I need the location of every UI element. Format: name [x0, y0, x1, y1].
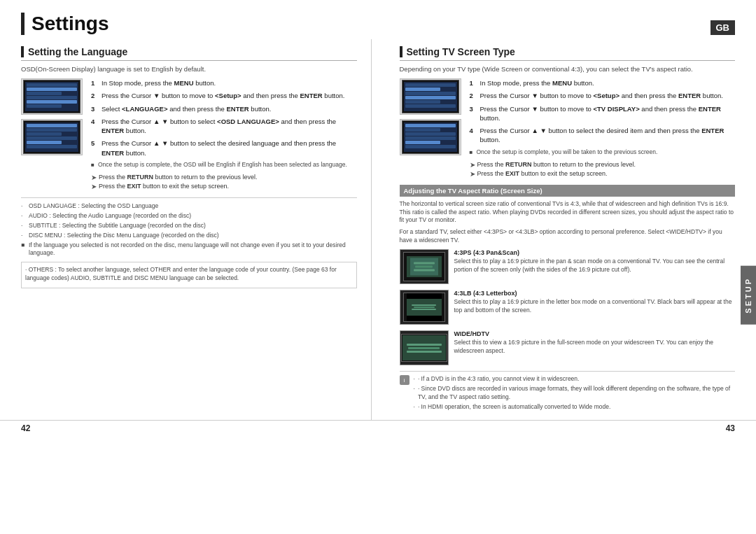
aspect-image-letterbox [400, 290, 449, 325]
aspect-intro: The horizontal to vertical screen size r… [400, 200, 736, 225]
step-item-1: 1 In Stop mode, press the MENU button. [91, 78, 357, 87]
right-hint-return: ➤ Press the RETURN button to return to t… [470, 161, 736, 169]
left-hints: ➤ Press the RETURN button to return to t… [91, 174, 357, 190]
bottom-note-1: · · If a DVD is in the 4:3 ratio, you ca… [414, 375, 736, 384]
page-wrapper: Settings GB Setting the Language OSD(On-… [0, 0, 756, 534]
bottom-note-2: · · Since DVD discs are recorded in vari… [414, 385, 736, 402]
step-image-1 [21, 78, 83, 115]
step-item-5: 5 Press the Cursor ▲ ▼ button to select … [91, 139, 357, 157]
right-step-image-2 [400, 119, 461, 155]
bottom-notes: i · · If a DVD is in the 4:3 ratio, you … [400, 371, 736, 413]
left-section-title: Setting the Language [21, 46, 357, 61]
aspect-item-letterbox: 4:3LB (4:3 Letterbox) Select this to pla… [400, 290, 736, 325]
right-step-1: 1 In Stop mode, press the MENU button. [470, 78, 736, 87]
info-item-3: · SUBTITLE : Selecting the Subtitle Lang… [21, 222, 357, 230]
right-section-title-text: Setting TV Screen Type [407, 46, 515, 57]
note-icon: i [400, 375, 410, 385]
left-steps-list: 1 In Stop mode, press the MENU button. 2… [91, 78, 357, 192]
aspect-text-pan-scan: 4:3PS (4:3 Pan&Scan) Select this to play… [454, 249, 736, 274]
hint-return: ➤ Press the RETURN button to return to t… [91, 174, 357, 181]
step-image-2 [21, 119, 83, 155]
right-step-note: ■ Once the setup is complete, you will b… [470, 148, 736, 157]
page-header: Settings GB [0, 0, 756, 39]
gb-badge: GB [710, 20, 736, 35]
page-number-right: 43 [726, 423, 735, 433]
aspect-text-wide: WIDE/HDTV Select this to view a 16:9 pic… [454, 330, 736, 356]
right-section-title: Setting TV Screen Type [400, 46, 736, 61]
right-hints: ➤ Press the RETURN button to return to t… [470, 161, 736, 178]
step-item-4: 4 Press the Cursor ▲ ▼ button to select … [91, 117, 357, 136]
right-steps-area: 1 In Stop mode, press the MENU button. 2… [400, 78, 736, 179]
info-item-5: ■ If the language you selected is not re… [21, 241, 357, 258]
bottom-note-3: · · In HDMI operation, the screen is aut… [414, 403, 736, 412]
step-item-2: 2 Press the Cursor ▼ button to move to <… [91, 91, 357, 100]
page-title: Settings [21, 13, 108, 35]
left-column: Setting the Language OSD(On-Screen Displ… [21, 39, 372, 420]
aspect-item-pan-scan: 4:3PS (4:3 Pan&Scan) Select this to play… [400, 249, 736, 284]
main-content: Setting the Language OSD(On-Screen Displ… [0, 39, 756, 420]
aspect-text-letterbox: 4:3LB (4:3 Letterbox) Select this to pla… [454, 290, 736, 315]
aspect-section: Adjusting the TV Aspect Ratio (Screen Si… [400, 185, 736, 365]
left-info-box: · OSD LANGUAGE : Selecting the OSD Langu… [21, 197, 357, 258]
page-number-left: 42 [21, 423, 30, 433]
left-section-title-text: Setting the Language [28, 46, 127, 57]
right-step-images [400, 78, 463, 179]
right-section-title-bar [400, 46, 402, 57]
bottom-notes-wrapper: i · · If a DVD is in the 4:3 ratio, you … [400, 375, 736, 413]
hint-exit: ➤ Press the EXIT button to exit the setu… [91, 183, 357, 190]
aspect-for-standard: For a standard TV, select either <4:3PS>… [400, 228, 736, 245]
right-column: Setting TV Screen Type Depending on your… [386, 39, 736, 420]
right-hint-exit: ➤ Press the EXIT button to exit the setu… [470, 170, 736, 178]
aspect-item-wide: WIDE/HDTV Select this to view a 16:9 pic… [400, 330, 736, 365]
step-item-3: 3 Select <LANGUAGE> and then press the E… [91, 104, 357, 113]
title-bar-decoration [21, 13, 24, 35]
left-others-box: · OTHERS : To select another language, s… [21, 262, 357, 288]
info-item-4: · DISC MENU : Selecting the Disc Menu La… [21, 232, 357, 240]
section-title-bar [21, 46, 24, 57]
left-steps-area: 1 In Stop mode, press the MENU button. 2… [21, 78, 357, 192]
left-section-intro: OSD(On-Screen Display) language is set t… [21, 65, 357, 73]
setup-tab: SETUP [741, 266, 756, 325]
right-steps-list: 1 In Stop mode, press the MENU button. 2… [470, 78, 736, 179]
bottom-notes-list: · · If a DVD is in the 4:3 ratio, you ca… [414, 375, 736, 413]
aspect-image-pan-scan [400, 249, 449, 284]
right-step-4: 4 Press the Cursor ▲ ▼ button to select … [470, 126, 736, 145]
info-item-2: · AUDIO : Selecting the Audio Language (… [21, 212, 357, 220]
title-text: Settings [31, 13, 108, 35]
page-numbers: 42 43 [0, 420, 756, 436]
right-step-3: 3 Press the Cursor ▼ button to move to <… [470, 104, 736, 123]
right-section-intro: Depending on your TV type (Wide Screen o… [400, 65, 736, 73]
left-step-images [21, 78, 84, 192]
info-item-1: · OSD LANGUAGE : Selecting the OSD Langu… [21, 202, 357, 211]
others-text: · OTHERS : To select another language, s… [25, 266, 353, 283]
right-step-2: 2 Press the Cursor ▼ button to move to <… [470, 91, 736, 100]
aspect-section-title: Adjusting the TV Aspect Ratio (Screen Si… [400, 185, 736, 197]
left-step-note: ■ Once the setup is complete, the OSD wi… [91, 161, 357, 169]
aspect-image-wide [400, 330, 449, 365]
right-step-image-1 [400, 78, 461, 115]
